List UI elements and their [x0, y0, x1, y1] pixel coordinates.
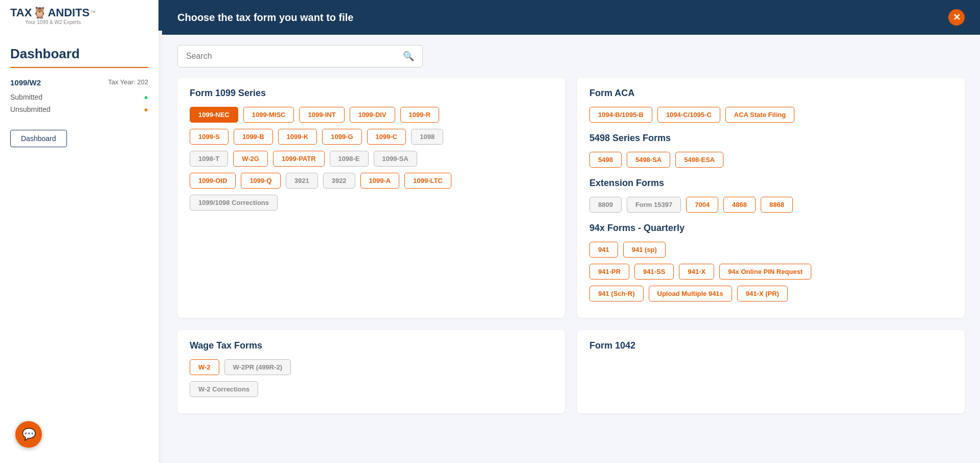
tag-1099-q[interactable]: 1099-Q: [241, 173, 280, 189]
extension-forms-title: Extension Forms: [589, 178, 952, 189]
form-aca-section: Form ACA 1094-B/1095-B 1094-C/1095-C ACA…: [577, 78, 965, 318]
extension-forms-row-1: 8809 Form 15397 7004 4868 8868: [589, 197, 952, 213]
tag-941-pr[interactable]: 941-PR: [589, 264, 629, 280]
sidebar-tax-year: Tax Year: 202: [108, 78, 148, 87]
tag-4868[interactable]: 4868: [723, 197, 756, 213]
tag-1098-e[interactable]: 1098-E: [330, 151, 369, 167]
search-input[interactable]: [186, 52, 403, 61]
forms-94x-row-2: 941-PR 941-SS 941-X 94x Online PIN Reque…: [589, 264, 952, 280]
tag-w2g[interactable]: W-2G: [233, 151, 268, 167]
logo-subtitle: Your 1099 & W2 Experts: [10, 19, 96, 25]
tag-941-x-pr[interactable]: 941-X (PR): [737, 286, 788, 302]
tag-94x-pin-request[interactable]: 94x Online PIN Request: [719, 264, 811, 280]
tag-1099-a[interactable]: 1099-A: [360, 173, 400, 189]
tag-1099-c[interactable]: 1099-C: [367, 129, 406, 145]
tag-1099-div[interactable]: 1099-DIV: [350, 107, 395, 123]
form-1042-section: Form 1042: [577, 330, 965, 413]
form-1099-row-4: 1099-OID 1099-Q 3921 3922 1099-A 1099-LT…: [190, 173, 553, 189]
extension-forms-section: Extension Forms 8809 Form 15397 7004 486…: [589, 178, 952, 213]
tag-1099-k[interactable]: 1099-K: [278, 129, 317, 145]
wage-tax-section: Wage Tax Forms W-2 W-2PR (499R-2) W-2 Co…: [177, 330, 565, 413]
tag-1099-r[interactable]: 1099-R: [400, 107, 440, 123]
logo-tax: TAX: [10, 6, 32, 19]
tag-1099-nec[interactable]: 1099-NEC: [190, 107, 238, 123]
logo-owl-icon: 🦉: [33, 6, 47, 19]
tag-1098-t[interactable]: 1098-T: [190, 151, 228, 167]
tag-941-ss[interactable]: 941-SS: [634, 264, 674, 280]
forms-94x-row-3: 941 (Sch-R) Upload Multiple 941s 941-X (…: [589, 286, 952, 302]
tag-5498[interactable]: 5498: [589, 152, 622, 168]
chat-bubble[interactable]: 💬: [15, 421, 42, 448]
tag-1094b-1095b[interactable]: 1094-B/1095-B: [589, 107, 652, 123]
tag-1099-sa[interactable]: 1099-SA: [374, 151, 417, 167]
sidebar-submitted-label: Submitted: [10, 93, 42, 101]
tag-941-x[interactable]: 941-X: [679, 264, 714, 280]
tag-form-15397[interactable]: Form 15397: [627, 197, 681, 213]
form-1099-row-5: 1099/1098 Corrections: [190, 195, 553, 211]
tag-8868[interactable]: 8868: [761, 197, 793, 213]
forms-94x-section: 94x Forms - Quarterly 941 941 (sp) 941-P…: [589, 223, 952, 302]
modal-close-button[interactable]: ✕: [948, 9, 965, 26]
modal-content: Form 1099 Series 1099-NEC 1099-MISC 1099…: [162, 73, 980, 463]
sidebar-unsubmitted-row: Unsubmitted ●: [10, 105, 148, 113]
form-1099-title: Form 1099 Series: [190, 88, 553, 99]
form-1099-row-3: 1098-T W-2G 1099-PATR 1098-E 1099-SA: [190, 151, 553, 167]
tag-1099-int[interactable]: 1099-INT: [299, 107, 344, 123]
search-icon: 🔍: [403, 51, 414, 62]
sidebar-submitted-dot: ●: [144, 93, 148, 101]
tag-3922[interactable]: 3922: [323, 173, 355, 189]
tag-7004[interactable]: 7004: [686, 197, 718, 213]
tag-5498-esa[interactable]: 5498-ESA: [675, 152, 723, 168]
forms-94x-title: 94x Forms - Quarterly: [589, 223, 952, 234]
tag-8809[interactable]: 8809: [589, 197, 622, 213]
logo-andits: ANDITS: [48, 6, 89, 19]
chat-icon: 💬: [22, 428, 36, 441]
tag-1099-misc[interactable]: 1099-MISC: [243, 107, 294, 123]
tag-w2-corrections[interactable]: W-2 Corrections: [190, 381, 258, 397]
tag-1099-ltc[interactable]: 1099-LTC: [404, 173, 451, 189]
form-1042-title: Form 1042: [589, 340, 952, 351]
sidebar-form-section: 1099/W2 Tax Year: 202 Submitted ● Unsubm…: [10, 78, 148, 113]
tag-1099-g[interactable]: 1099-G: [322, 129, 361, 145]
tag-aca-state-filing[interactable]: ACA State Filing: [725, 107, 794, 123]
form-1099-row-2: 1099-S 1099-B 1099-K 1099-G 1099-C 1098: [190, 129, 553, 145]
sidebar-unsubmitted-dot: ●: [144, 105, 148, 113]
tag-941-sch-r[interactable]: 941 (Sch-R): [589, 286, 644, 302]
form-aca-title: Form ACA: [589, 88, 952, 99]
form-aca-row-1: 1094-B/1095-B 1094-C/1095-C ACA State Fi…: [589, 107, 952, 123]
search-bar: 🔍: [177, 45, 423, 67]
sidebar-title: Dashboard: [10, 46, 148, 62]
series-5498-row-1: 5498 5498-SA 5498-ESA: [589, 152, 952, 168]
tag-w2[interactable]: W-2: [190, 359, 219, 375]
app-background: TAX 🦉 ANDITS ™ Your 1099 & W2 Experts 🏠 …: [0, 0, 980, 463]
series-5498-title: 5498 Series Forms: [589, 133, 952, 144]
logo-tm: ™: [90, 10, 96, 15]
sidebar-unsubmitted-label: Unsubmitted: [10, 105, 51, 113]
series-5498-section: 5498 Series Forms 5498 5498-SA 5498-ESA: [589, 133, 952, 168]
tag-941[interactable]: 941: [589, 242, 618, 258]
logo: TAX 🦉 ANDITS ™ Your 1099 & W2 Experts: [10, 6, 96, 25]
dashboard-button[interactable]: Dashboard: [10, 130, 67, 147]
tag-1099-b[interactable]: 1099-B: [234, 129, 273, 145]
modal-header: Choose the tax form you want to file ✕: [162, 0, 980, 35]
tag-upload-multiple-941s[interactable]: Upload Multiple 941s: [649, 286, 732, 302]
wage-tax-title: Wage Tax Forms: [190, 340, 553, 351]
tag-w2pr[interactable]: W-2PR (499R-2): [224, 359, 291, 375]
sidebar-form-type: 1099/W2: [10, 78, 41, 87]
tag-5498-sa[interactable]: 5498-SA: [627, 152, 670, 168]
form-1099-row-1: 1099-NEC 1099-MISC 1099-INT 1099-DIV 109…: [190, 107, 553, 123]
logo-area: TAX 🦉 ANDITS ™ Your 1099 & W2 Experts: [0, 0, 158, 31]
modal-title: Choose the tax form you want to file: [177, 12, 353, 24]
tag-3921[interactable]: 3921: [286, 173, 318, 189]
form-1099-section: Form 1099 Series 1099-NEC 1099-MISC 1099…: [177, 78, 565, 318]
tag-1099-oid[interactable]: 1099-OID: [190, 173, 236, 189]
tag-1099-1098-corrections[interactable]: 1099/1098 Corrections: [190, 195, 278, 211]
tag-1098[interactable]: 1098: [411, 129, 443, 145]
sidebar-submitted-row: Submitted ●: [10, 93, 148, 101]
tag-1099-s[interactable]: 1099-S: [190, 129, 229, 145]
sidebar: Dashboard 1099/W2 Tax Year: 202 Submitte…: [0, 31, 158, 463]
tag-1099-patr[interactable]: 1099-PATR: [273, 151, 325, 167]
sidebar-divider: [10, 67, 148, 68]
tag-1094c-1095c[interactable]: 1094-C/1095-C: [657, 107, 720, 123]
tag-941-sp[interactable]: 941 (sp): [623, 242, 666, 258]
